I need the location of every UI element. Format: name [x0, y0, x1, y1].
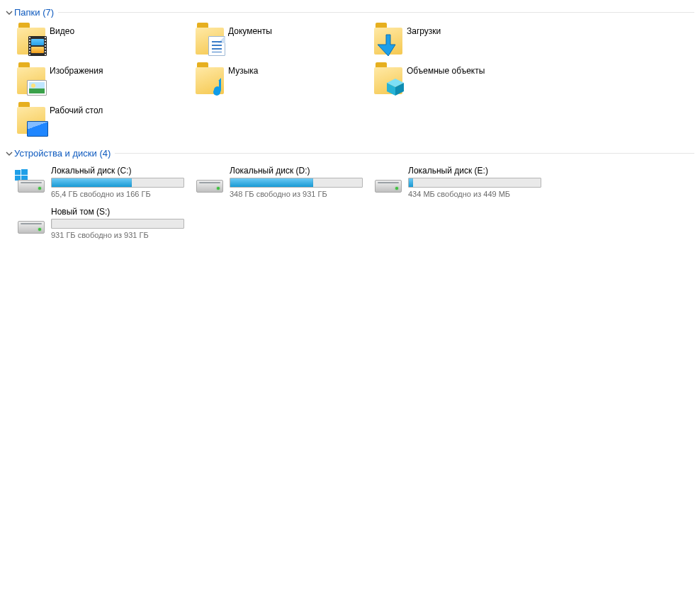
- svg-rect-4: [15, 170, 21, 175]
- folders-grid: Видео Документы Загрузки Изображения: [6, 19, 694, 147]
- drive-usage-fill: [409, 178, 413, 187]
- drive-name: Локальный диск (E:): [408, 166, 541, 176]
- folder-label: Документы: [228, 25, 272, 36]
- folder-item-3d-objects[interactable]: Объемные объекты: [373, 63, 551, 103]
- section-title-drives: Устройства и диски (4): [14, 148, 111, 159]
- drive-usage-fill: [52, 219, 52, 228]
- folder-item-videos[interactable]: Видео: [16, 23, 194, 63]
- folder-icon-pictures: [16, 64, 47, 96]
- drive-body: Новый том (S:) 931 ГБ свободно из 931 ГБ: [51, 207, 184, 239]
- drive-icon: [16, 166, 47, 197]
- drive-free-text: 65,4 ГБ свободно из 166 ГБ: [51, 190, 184, 198]
- drive-usage-bar: [230, 178, 363, 188]
- chevron-down-icon: [6, 9, 13, 16]
- folder-label: Объемные объекты: [407, 64, 485, 76]
- folder-label: Рабочий стол: [50, 104, 103, 115]
- section-rule: [58, 12, 694, 13]
- drive-item-c[interactable]: Локальный диск (C:) 65,4 ГБ свободно из …: [16, 164, 194, 205]
- drive-icon: [194, 166, 225, 197]
- drive-item-e[interactable]: Локальный диск (E:) 434 МБ свободно из 4…: [373, 164, 551, 205]
- drive-free-text: 348 ГБ свободно из 931 ГБ: [230, 190, 363, 198]
- svg-rect-5: [21, 169, 28, 175]
- folder-item-documents[interactable]: Документы: [194, 23, 373, 63]
- drive-free-text: 434 МБ свободно из 449 МБ: [408, 190, 541, 198]
- drive-usage-fill: [52, 178, 132, 187]
- folder-item-desktop[interactable]: Рабочий стол: [16, 103, 194, 142]
- folder-icon-3d-objects: [373, 64, 404, 96]
- folder-label: Музыка: [228, 64, 258, 76]
- drive-item-d[interactable]: Локальный диск (D:) 348 ГБ свободно из 9…: [194, 164, 373, 205]
- drive-usage-bar: [51, 178, 184, 188]
- drives-grid: Локальный диск (C:) 65,4 ГБ свободно из …: [6, 160, 694, 251]
- chevron-down-icon: [6, 150, 13, 157]
- drive-free-text: 931 ГБ свободно из 931 ГБ: [51, 231, 184, 239]
- section-rule: [115, 153, 694, 154]
- drive-usage-bar: [51, 219, 184, 229]
- drive-icon: [16, 207, 47, 238]
- svg-point-0: [213, 88, 220, 96]
- folder-label: Видео: [50, 25, 74, 36]
- folder-icon-documents: [194, 25, 225, 56]
- drive-name: Новый том (S:): [51, 207, 184, 217]
- drive-item-s[interactable]: Новый том (S:) 931 ГБ свободно из 931 ГБ: [16, 205, 194, 246]
- drive-name: Локальный диск (C:): [51, 166, 184, 176]
- folder-item-music[interactable]: Музыка: [194, 63, 373, 103]
- folder-label: Загрузки: [407, 25, 441, 36]
- folder-item-pictures[interactable]: Изображения: [16, 63, 194, 103]
- drive-body: Локальный диск (D:) 348 ГБ свободно из 9…: [230, 166, 363, 198]
- drive-body: Локальный диск (C:) 65,4 ГБ свободно из …: [51, 166, 184, 198]
- folder-icon-videos: [16, 25, 47, 56]
- folder-icon-downloads: [373, 25, 404, 56]
- drive-usage-bar: [408, 178, 541, 188]
- section-header-drives[interactable]: Устройства и диски (4): [6, 147, 694, 160]
- folder-icon-music: [194, 64, 225, 96]
- folder-icon-desktop: [16, 104, 47, 135]
- drive-icon: [373, 166, 404, 197]
- folder-item-downloads[interactable]: Загрузки: [373, 23, 551, 63]
- section-title-folders: Папки (7): [14, 7, 54, 18]
- folder-label: Изображения: [50, 64, 103, 76]
- section-header-folders[interactable]: Папки (7): [6, 6, 694, 19]
- drive-body: Локальный диск (E:) 434 МБ свободно из 4…: [408, 166, 541, 198]
- drive-usage-fill: [230, 178, 313, 187]
- drive-name: Локальный диск (D:): [230, 166, 363, 176]
